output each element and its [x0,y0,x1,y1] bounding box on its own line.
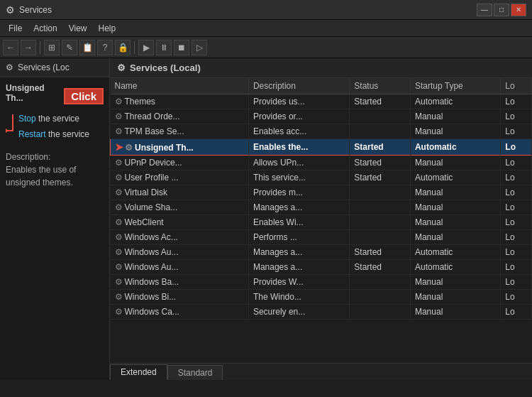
table-row[interactable]: ⚙User Profile ...This service...StartedA… [111,170,532,185]
row-description: Enables acc... [248,124,349,139]
row-log: Lo [501,290,532,305]
description-label: Description: [6,151,104,163]
menu-help[interactable]: Help [93,22,122,35]
row-arrow-cell: ⚙Windows Bi... [111,290,249,305]
stop-service-row: Stop the service [18,112,104,127]
row-log: Lo [501,260,532,275]
toolbar-separator-1 [40,41,40,54]
services-table-container[interactable]: Name Description Status Startup Type Lo … [110,78,532,363]
row-arrow-cell: ⚙Virtual Disk [111,185,249,200]
gear-icon: ⚙ [115,112,123,121]
right-header-label: Services (Local) [130,62,201,73]
gear-icon: ⚙ [115,277,123,287]
row-description: Manages a... [248,200,349,215]
col-startup: Startup Type [410,78,500,94]
table-row[interactable]: ⚙Thread Orde...Provides or...ManualLo [111,109,532,124]
start-button[interactable]: ▶ [138,40,154,55]
row-startup: Manual [410,109,500,124]
row-status [350,305,411,320]
table-row[interactable]: ⚙Windows Ac...Performs ...ManualLo [111,230,532,245]
table-row[interactable]: ⚙UPnP Device...Allows UPn...StartedManua… [111,156,532,170]
services-table: Name Description Status Startup Type Lo … [110,78,532,320]
row-description: Enables the... [248,139,349,156]
svg-marker-0 [6,129,9,133]
row-startup: Manual [410,185,500,200]
maximize-button[interactable]: □ [494,4,509,16]
row-status: Started [350,245,411,260]
menu-bar: File Action View Help [0,20,532,37]
menu-file[interactable]: File [3,22,28,35]
right-panel: ⚙ Services (Local) Name Description Stat… [110,58,532,380]
minimize-button[interactable]: — [477,4,492,16]
gear-icon: ⚙ [115,217,123,227]
row-description: Manages a... [248,260,349,275]
gear-icon: ⚙ [125,143,133,153]
table-row[interactable]: ⚙Virtual DiskProvides m...ManualLo [111,185,532,200]
tab-extended[interactable]: Extended [110,364,167,380]
row-startup: Manual [410,215,500,230]
help-button[interactable]: ? [97,40,113,55]
back-button[interactable]: ← [3,40,18,55]
table-row[interactable]: ⚙Windows Bi...The Windo...ManualLo [111,290,532,305]
row-startup: Manual [410,275,500,290]
row-log: Lo [501,200,532,215]
row-arrow-cell: ⚙Windows Au... [111,260,249,275]
service-name-label: Unsigned Th... [6,83,61,103]
right-header-icon: ⚙ [117,62,126,73]
stop-button[interactable]: ⏹ [174,40,189,55]
left-panel: ⚙ Services (Loc Unsigned Th... Click Sto… [0,58,110,380]
row-startup: Automatic [410,245,500,260]
row-arrow-cell: ➤⚙Unsigned Th... [111,139,249,156]
table-row[interactable]: ➤⚙Unsigned Th...Enables the...StartedAut… [111,139,532,156]
edit-button[interactable]: ✎ [62,40,77,55]
gear-icon: ⚙ [115,126,123,136]
tab-standard[interactable]: Standard [167,365,223,380]
row-arrow-cell: ⚙TPM Base Se... [111,124,249,139]
table-row[interactable]: ⚙TPM Base Se...Enables acc...ManualLo [111,124,532,139]
stop-link[interactable]: Stop [18,114,36,124]
row-log: Lo [501,275,532,290]
row-log: Lo [501,305,532,320]
menu-view[interactable]: View [63,22,93,35]
restart-link[interactable]: Restart [18,129,46,139]
row-arrow-cell: ⚙UPnP Device... [111,156,249,170]
gear-icon: ⚙ [115,292,123,302]
gear-icon: ⚙ [115,232,123,242]
export-button[interactable]: 🔒 [115,40,131,55]
right-panel-header: ⚙ Services (Local) [110,58,532,78]
description-text: Enables the use of unsigned themes. [6,163,104,189]
table-row[interactable]: ⚙Windows Ba...Provides W...ManualLo [111,275,532,290]
row-description: Provides m... [248,185,349,200]
table-row[interactable]: ⚙ThemesProvides us...StartedAutomaticLo [111,94,532,109]
table-row[interactable]: ⚙Windows Ca...Securely en...ManualLo [111,305,532,320]
row-startup: Manual [410,230,500,245]
table-row[interactable]: ⚙WebClientEnables Wi...ManualLo [111,215,532,230]
table-header-row: Name Description Status Startup Type Lo [111,78,532,94]
table-row[interactable]: ⚙Volume Sha...Manages a...ManualLo [111,200,532,215]
restart-toolbar-button[interactable]: ▷ [192,40,207,55]
toolbar: ← → ⊞ ✎ 📋 ? 🔒 ▶ ⏸ ⏹ ▷ [0,37,532,58]
table-row[interactable]: ⚙Windows Au...Manages a...StartedAutomat… [111,245,532,260]
row-status [350,215,411,230]
row-status: Started [350,94,411,109]
left-header-icon: ⚙ [6,62,13,72]
gear-icon: ⚙ [115,247,123,257]
description-area: Description: Enables the use of unsigned… [6,151,104,189]
gear-icon: ⚙ [115,173,123,183]
row-log: Lo [501,170,532,185]
row-log: Lo [501,139,532,156]
row-log: Lo [501,230,532,245]
row-startup: Manual [410,200,500,215]
show-hide-button[interactable]: ⊞ [44,40,60,55]
forward-button[interactable]: → [21,40,36,55]
arrow-svg [6,113,14,141]
row-log: Lo [501,245,532,260]
pause-button[interactable]: ⏸ [156,40,172,55]
left-panel-header: ⚙ Services (Loc [0,58,109,77]
table-row[interactable]: ⚙Windows Au...Manages a...StartedAutomat… [111,260,532,275]
menu-action[interactable]: Action [28,22,62,35]
close-button[interactable]: ✕ [511,4,526,16]
properties-button[interactable]: 📋 [79,40,95,55]
row-log: Lo [501,124,532,139]
row-status [350,230,411,245]
